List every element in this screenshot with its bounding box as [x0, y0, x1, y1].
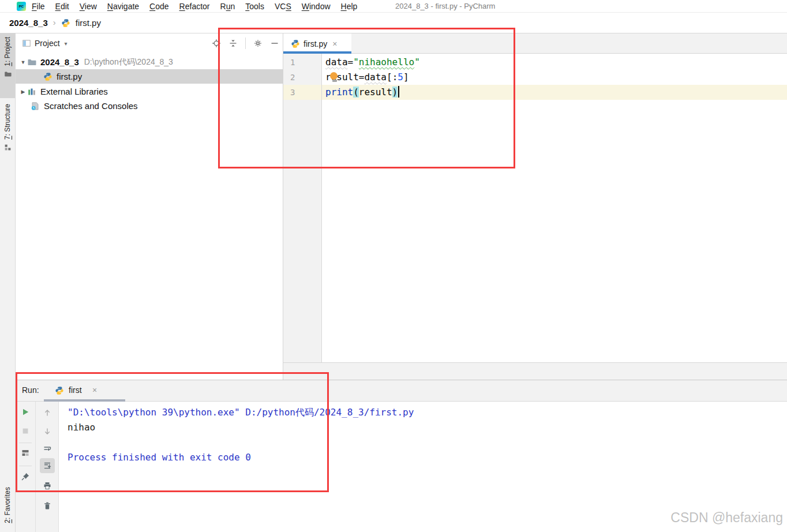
run-toolbar-console	[36, 402, 59, 532]
console-line: nihao	[68, 420, 787, 435]
breadcrumb-file[interactable]: first.py	[76, 18, 101, 28]
menu-item-vcs[interactable]: VCS	[275, 0, 291, 13]
run-tab-label[interactable]: first	[69, 385, 82, 395]
code-token: =	[348, 57, 354, 68]
hide-icon[interactable]	[270, 39, 279, 48]
tree-item-first-py[interactable]: first.py	[16, 69, 283, 84]
close-icon[interactable]: ×	[332, 39, 337, 48]
toolwindow-tab-favorites[interactable]: 2: Favorites	[0, 486, 15, 532]
tree-item-path: D:\python代码\2024_8_3	[84, 57, 173, 68]
toolwindow-tab-structure[interactable]: 7: Structure	[0, 100, 15, 171]
main-menu: FileEditViewNavigateCodeRefactorRunTools…	[0, 0, 357, 13]
code-token: )	[392, 87, 398, 98]
text-caret	[398, 86, 399, 98]
python-icon	[43, 72, 53, 81]
locate-icon[interactable]	[212, 39, 221, 48]
run-toolbar-main	[16, 402, 36, 532]
tree-item-label: External Libraries	[40, 87, 108, 96]
libraries-icon	[27, 87, 36, 96]
pycharm-logo-icon[interactable]: PC	[17, 2, 26, 11]
menu-item-refactor[interactable]: Refactor	[179, 0, 210, 13]
code-token: "	[414, 57, 420, 68]
print-icon[interactable]	[40, 478, 55, 493]
stop-icon[interactable]	[18, 424, 33, 439]
project-window-icon	[22, 39, 31, 48]
tree-item-label: Scratches and Consoles	[44, 101, 138, 111]
chevron-down-icon[interactable]: ▾	[65, 40, 68, 47]
up-stack-icon[interactable]	[40, 405, 55, 420]
menu-item-navigate[interactable]: Navigate	[107, 0, 139, 13]
run-panel-header: Run: first ×	[16, 380, 787, 402]
console-line: "D:\tools\python 39\python.exe" D:/pytho…	[68, 405, 787, 420]
project-panel-title[interactable]: Project	[35, 39, 60, 48]
toolwindow-tab-label: 7: Structure	[3, 104, 12, 140]
menu-item-tools[interactable]: Tools	[245, 0, 264, 13]
line-number[interactable]: 2	[283, 70, 318, 85]
code-line-3: print(result)	[322, 85, 787, 100]
menu-item-run[interactable]: Run	[220, 0, 235, 13]
code-token: print	[325, 87, 353, 98]
menu-item-file[interactable]: File	[32, 0, 45, 13]
structure-icon	[4, 144, 12, 151]
code-token: data	[364, 72, 387, 83]
chevron-down-icon[interactable]: ▼	[19, 59, 27, 65]
chevron-right-icon[interactable]: ▶	[19, 89, 27, 95]
code-line-1: data="nihaohello"	[322, 55, 787, 70]
window-layout-icon[interactable]	[18, 445, 33, 460]
menu-item-code[interactable]: Code	[149, 0, 168, 13]
pycharm-window: PC FileEditViewNavigateCodeRefactorRunTo…	[0, 0, 787, 532]
code-token: ]	[403, 72, 409, 83]
pin-icon[interactable]	[18, 469, 33, 484]
line-number[interactable]: 1	[283, 55, 318, 70]
collapse-all-icon[interactable]	[228, 39, 238, 48]
code-editor[interactable]: 1data="nihaohello"2result=data[:5]3print…	[283, 54, 787, 362]
toolwindow-tab-label: 2: Favorites	[3, 487, 12, 523]
run-tool-window: Run: first × "D:\tools\python 39\python.…	[16, 380, 787, 532]
code-token: 5	[398, 72, 403, 83]
code-token: result	[359, 87, 392, 98]
menu-bar: PC FileEditViewNavigateCodeRefactorRunTo…	[0, 0, 787, 13]
editor-tab-bar: first.py ×	[283, 33, 787, 54]
scroll-end-icon[interactable]	[40, 458, 55, 473]
close-icon[interactable]: ×	[92, 385, 97, 395]
clear-icon[interactable]	[40, 499, 55, 514]
tree-item-external-libraries[interactable]: ▶External Libraries	[16, 84, 283, 99]
breadcrumb-project[interactable]: 2024_8_3	[9, 18, 48, 28]
python-file-icon	[291, 39, 300, 48]
code-token: =	[359, 72, 365, 83]
tool-window-bar: 1: Project 7: Structure 2: Favorites	[0, 33, 16, 532]
python-file-icon	[55, 386, 64, 395]
run-panel-label: Run:	[22, 385, 39, 395]
editor-gutter[interactable]	[283, 54, 321, 362]
editor-tab-first-py[interactable]: first.py ×	[283, 33, 351, 54]
menu-item-edit[interactable]: Edit	[55, 0, 69, 13]
tree-item-scratches-and-consoles[interactable]: Scratches and Consoles	[16, 99, 283, 113]
down-stack-icon[interactable]	[40, 424, 55, 439]
code-token: [	[387, 72, 392, 83]
editor-bottom-strip	[283, 362, 787, 380]
code-token: data	[325, 57, 348, 68]
code-token: :	[392, 72, 398, 83]
soft-wrap-icon[interactable]	[40, 442, 55, 457]
run-icon[interactable]	[18, 404, 33, 419]
intention-bulb-icon[interactable]: e	[331, 72, 337, 83]
project-tool-window: Project ▾ ▼2024_8_3D:\python代码\2024_8_3f…	[16, 33, 283, 380]
code-token: nihaohello	[359, 57, 414, 68]
menu-item-view[interactable]: View	[80, 0, 97, 13]
folder-icon	[27, 58, 36, 67]
python-file-icon	[61, 18, 70, 28]
tree-item-2024-8-3[interactable]: ▼2024_8_3D:\python代码\2024_8_3	[16, 55, 283, 69]
line-number[interactable]: 3	[283, 85, 318, 100]
toolwindow-tab-label: 1: Project	[3, 37, 12, 66]
editor-tab-label: first.py	[303, 39, 327, 48]
project-panel-header: Project ▾	[16, 33, 283, 53]
menu-item-window[interactable]: Window	[302, 0, 331, 13]
toolbar-divider	[19, 443, 32, 443]
menu-item-help[interactable]: Help	[341, 0, 358, 13]
code-token: sult	[336, 72, 359, 83]
folder-dark-icon	[4, 70, 12, 78]
breadcrumb: 2024_8_3 › first.py	[0, 13, 787, 33]
toolwindow-tab-project[interactable]: 1: Project	[0, 33, 15, 98]
toolbar-divider	[19, 466, 32, 466]
settings-icon[interactable]	[253, 39, 263, 48]
